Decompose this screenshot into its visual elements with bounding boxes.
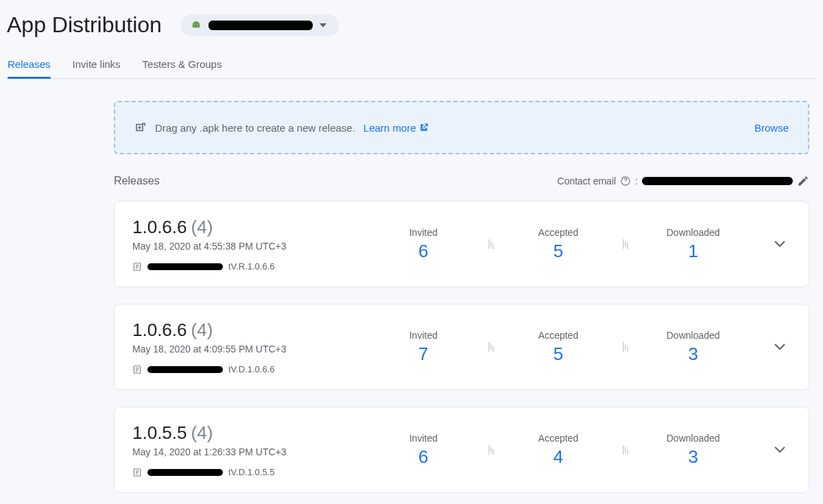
- browse-button[interactable]: Browse: [754, 122, 789, 134]
- release-card: 1.0.6.6 (4) May 18, 2020 at 4:55:38 PM U…: [114, 201, 809, 287]
- content-area: Drag any .apk here to create a new relea…: [0, 79, 823, 504]
- version-row: 1.0.5.5 (4): [132, 422, 359, 444]
- filename-suffix: tV.D.1.0.5.5: [228, 467, 274, 477]
- stat-downloaded: Downloaded 3: [628, 330, 758, 365]
- add-file-icon: [134, 121, 147, 134]
- help-icon[interactable]: [620, 176, 631, 187]
- release-version: 1.0.5.5: [132, 422, 187, 444]
- contact-email-redacted: [642, 177, 793, 185]
- divider-icon: [488, 445, 494, 455]
- notes-icon: [132, 468, 142, 477]
- release-info: 1.0.6.6 (4) May 18, 2020 at 4:09:55 PM U…: [132, 320, 359, 374]
- chevron-down-icon: [774, 341, 785, 352]
- release-notes-row: tV.D.1.0.5.5: [132, 467, 359, 477]
- dropzone-message: Drag any .apk here to create a new relea…: [134, 121, 429, 134]
- stat-accepted: Accepted 5: [494, 227, 623, 262]
- release-card: 1.0.5.5 (4) May 14, 2020 at 1:26:33 PM U…: [114, 407, 809, 493]
- notes-icon: [132, 262, 142, 272]
- version-row: 1.0.6.6 (4): [132, 217, 359, 238]
- android-icon: [191, 20, 202, 31]
- contact-email-row: Contact email :: [558, 175, 809, 187]
- filename-redacted: [147, 469, 223, 476]
- release-build-count: (4): [191, 320, 213, 341]
- divider-icon: [623, 342, 628, 352]
- divider-icon: [623, 239, 628, 249]
- upload-dropzone[interactable]: Drag any .apk here to create a new relea…: [114, 101, 809, 154]
- release-build-count: (4): [191, 422, 213, 444]
- release-timestamp: May 14, 2020 at 1:26:33 PM UTC+3: [132, 446, 359, 457]
- stat-downloaded: Downloaded 1: [628, 227, 758, 262]
- release-notes-row: tV.R.1.0.6.6: [132, 261, 359, 272]
- filename-suffix: tV.D.1.0.6.6: [228, 364, 274, 374]
- tab-testers-groups[interactable]: Testers & Groups: [143, 51, 222, 78]
- release-build-count: (4): [191, 217, 213, 238]
- expand-release-button[interactable]: [758, 341, 785, 352]
- divider-icon: [623, 445, 628, 455]
- external-link-icon: [419, 123, 429, 132]
- notes-icon: [132, 365, 142, 374]
- version-row: 1.0.6.6 (4): [132, 320, 359, 341]
- filename-redacted: [147, 263, 223, 270]
- app-name-redacted: [208, 21, 313, 30]
- title-row: App Distribution: [7, 12, 816, 38]
- release-stats: Invited 7 Accepted 5 Downloaded 3: [359, 330, 758, 365]
- releases-title: Releases: [114, 175, 160, 187]
- header: App Distribution Releases Invite links T…: [0, 0, 823, 79]
- tabs: Releases Invite links Testers & Groups: [7, 51, 816, 79]
- tab-releases[interactable]: Releases: [8, 51, 51, 78]
- expand-release-button[interactable]: [758, 239, 785, 250]
- stat-invited: Invited 6: [359, 227, 488, 262]
- stat-downloaded: Downloaded 3: [628, 433, 758, 468]
- release-card: 1.0.6.6 (4) May 18, 2020 at 4:09:55 PM U…: [114, 304, 809, 390]
- tab-invite-links[interactable]: Invite links: [73, 51, 121, 78]
- dropzone-text: Drag any .apk here to create a new relea…: [155, 122, 355, 134]
- chevron-down-icon: [320, 22, 326, 29]
- chevron-down-icon: [774, 239, 785, 250]
- release-info: 1.0.6.6 (4) May 18, 2020 at 4:55:38 PM U…: [132, 217, 359, 272]
- stat-accepted: Accepted 4: [494, 433, 623, 468]
- release-version: 1.0.6.6: [132, 320, 187, 341]
- contact-email-label: Contact email: [558, 176, 617, 187]
- release-version: 1.0.6.6: [132, 217, 187, 238]
- page-title: App Distribution: [7, 12, 162, 38]
- release-info: 1.0.5.5 (4) May 14, 2020 at 1:26:33 PM U…: [132, 422, 359, 477]
- stat-invited: Invited 7: [359, 330, 488, 365]
- app-selector-dropdown[interactable]: [181, 14, 339, 36]
- edit-icon[interactable]: [797, 175, 809, 187]
- release-notes-row: tV.D.1.0.6.6: [132, 364, 359, 374]
- release-stats: Invited 6 Accepted 5 Downloaded 1: [359, 227, 758, 262]
- expand-release-button[interactable]: [758, 444, 785, 455]
- stat-invited: Invited 6: [359, 433, 488, 468]
- learn-more-link[interactable]: Learn more: [363, 122, 429, 134]
- release-stats: Invited 6 Accepted 4 Downloaded 3: [359, 433, 758, 468]
- chevron-down-icon: [774, 444, 785, 455]
- filename-suffix: tV.R.1.0.6.6: [228, 261, 274, 272]
- stat-accepted: Accepted 5: [494, 330, 623, 365]
- divider-icon: [488, 239, 494, 249]
- release-timestamp: May 18, 2020 at 4:09:55 PM UTC+3: [132, 344, 359, 355]
- divider-icon: [488, 342, 494, 352]
- releases-header: Releases Contact email :: [114, 175, 809, 187]
- filename-redacted: [147, 366, 223, 373]
- release-timestamp: May 18, 2020 at 4:55:38 PM UTC+3: [132, 241, 359, 252]
